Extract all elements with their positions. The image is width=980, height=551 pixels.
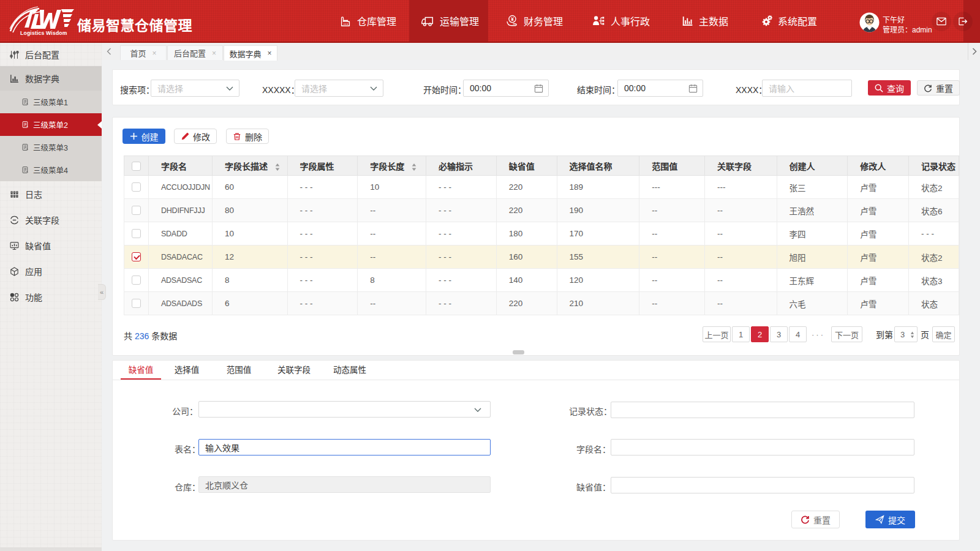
svg-text:Logistics Wisdom: Logistics Wisdom [20,30,67,36]
